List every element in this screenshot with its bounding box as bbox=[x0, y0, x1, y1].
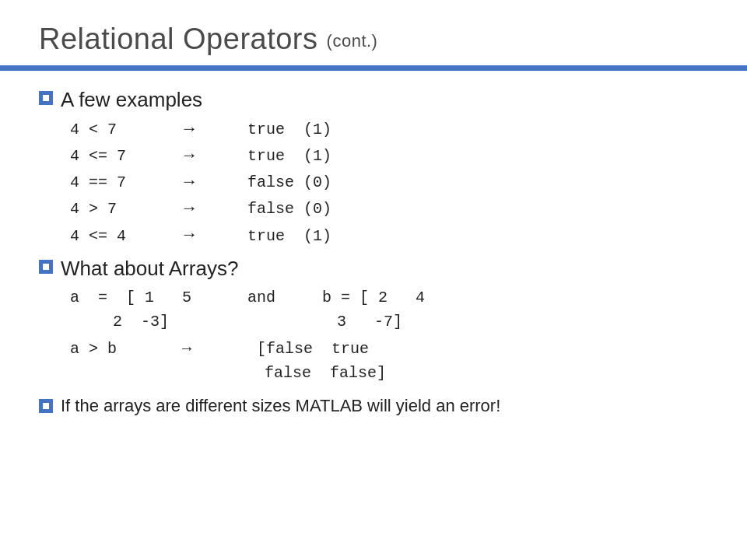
bullet-box-3 bbox=[39, 399, 53, 413]
bullet-error: If the arrays are different sizes MATLAB… bbox=[39, 396, 708, 416]
code-line-2: 4 <= 7 → true (1) bbox=[70, 143, 708, 170]
array-and: and bbox=[247, 285, 275, 310]
code-line-4: 4 > 7 → false (0) bbox=[70, 196, 708, 222]
array-def-line-1: a = [ 1 5 and b = [ 2 4 bbox=[70, 285, 708, 310]
title-main: Relational Operators bbox=[39, 23, 318, 55]
expr-4: 4 > 7 bbox=[70, 197, 163, 221]
array-result-1: [false true bbox=[191, 337, 369, 361]
array-result-line-2: false false] bbox=[70, 361, 708, 385]
bullet-text-error: If the arrays are different sizes MATLAB… bbox=[61, 396, 500, 416]
array-b-start: b = [ 2 4 bbox=[275, 285, 425, 310]
bullet-examples: A few examples bbox=[39, 88, 708, 112]
result-5: true (1) bbox=[210, 224, 331, 248]
result-2: true (1) bbox=[210, 144, 331, 168]
arrow-1: → bbox=[163, 117, 210, 143]
title-sub: (cont.) bbox=[327, 31, 378, 51]
arrow-2: → bbox=[163, 143, 210, 170]
result-4: false (0) bbox=[210, 197, 331, 221]
code-line-5: 4 <= 4 → true (1) bbox=[70, 222, 708, 249]
title-area: Relational Operators (cont.) bbox=[0, 0, 747, 58]
array-a-end: 2 -3] 3 -7] bbox=[113, 310, 402, 334]
code-arrays: a = [ 1 5 and b = [ 2 4 2 -3] 3 -7] a > … bbox=[70, 285, 708, 385]
content-area: A few examples 4 < 7 → true (1) 4 <= 7 →… bbox=[0, 71, 747, 416]
arrow-4: → bbox=[163, 196, 210, 222]
code-line-3: 4 == 7 → false (0) bbox=[70, 170, 708, 196]
bullet-box-inner-1 bbox=[43, 95, 49, 101]
bullet-text-examples: A few examples bbox=[61, 88, 202, 112]
bullet-box-2 bbox=[39, 260, 53, 274]
slide-title: Relational Operators (cont.) bbox=[39, 22, 708, 58]
result-3: false (0) bbox=[210, 170, 331, 194]
expr-1: 4 < 7 bbox=[70, 117, 163, 142]
array-def-line-2: 2 -3] 3 -7] bbox=[113, 310, 708, 334]
bullet-text-arrays: What about Arrays? bbox=[61, 257, 238, 281]
array-result-line-1: a > b → [false true bbox=[70, 337, 708, 361]
result-1: true (1) bbox=[210, 117, 331, 142]
bullet-box-1 bbox=[39, 91, 53, 105]
code-line-1: 4 < 7 → true (1) bbox=[70, 117, 708, 143]
bullet-arrays: What about Arrays? bbox=[39, 257, 708, 281]
array-expr: a > b bbox=[70, 337, 117, 361]
expr-5: 4 <= 4 bbox=[70, 224, 163, 248]
code-examples: 4 < 7 → true (1) 4 <= 7 → true (1) 4 == … bbox=[70, 117, 708, 249]
array-a-start: a = [ 1 5 bbox=[70, 285, 247, 310]
bullet-box-inner-2 bbox=[43, 264, 49, 270]
accent-bar bbox=[0, 65, 747, 71]
slide-container: Relational Operators (cont.) A few examp… bbox=[0, 0, 747, 560]
arrow-5: → bbox=[163, 222, 210, 249]
array-result-2: false false] bbox=[265, 361, 386, 385]
arrow-3: → bbox=[163, 170, 210, 196]
array-arrow: → bbox=[117, 337, 191, 361]
expr-3: 4 == 7 bbox=[70, 170, 163, 194]
bullet-box-inner-3 bbox=[43, 403, 49, 409]
expr-2: 4 <= 7 bbox=[70, 144, 163, 168]
